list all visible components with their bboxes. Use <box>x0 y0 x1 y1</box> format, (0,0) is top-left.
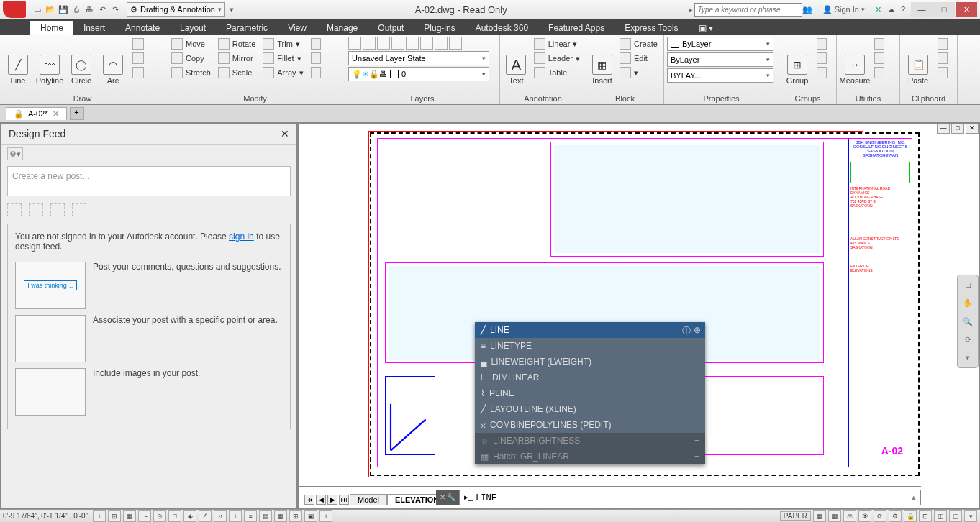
layer-state-dropdown[interactable]: Unsaved Layer State <box>348 51 489 65</box>
feed-pin-icon[interactable] <box>29 203 43 216</box>
circle-button[interactable]: ◯Circle <box>66 37 96 103</box>
util-extra1[interactable] <box>871 37 887 51</box>
showmotion-icon[interactable]: ▾ <box>961 351 975 365</box>
status-dyn-icon[interactable]: + <box>229 510 242 522</box>
mirror-button[interactable]: Mirror <box>215 51 258 65</box>
status-iso-icon[interactable]: ◫ <box>934 510 947 522</box>
tab-autodesk360[interactable]: Autodesk 360 <box>466 21 538 35</box>
status-anno-vis-icon[interactable]: 👁 <box>858 510 871 522</box>
status-3dosnap-icon[interactable]: ◈ <box>183 510 196 522</box>
panel-label-block[interactable]: Block <box>586 94 663 103</box>
draw-extra2[interactable] <box>130 51 147 65</box>
tab-express-tools[interactable]: Express Tools <box>614 21 688 35</box>
status-am-icon[interactable]: ▣ <box>304 510 317 522</box>
layer-iso3-icon[interactable] <box>377 37 390 50</box>
rotate-button[interactable]: Rotate <box>215 37 258 51</box>
color-dropdown[interactable]: ByLayer <box>667 37 773 51</box>
feed-signin-link[interactable]: sign in <box>229 232 254 242</box>
polyline-button[interactable]: 〰Polyline <box>35 37 65 103</box>
workspace-dropdown[interactable]: ⚙ Drafting & Annotation <box>127 2 225 17</box>
measure-button[interactable]: ↔Measure <box>840 37 870 103</box>
clip-extra3[interactable] <box>935 65 950 80</box>
status-snap-icon[interactable]: ⊞ <box>108 510 121 522</box>
panel-label-properties[interactable]: Properties <box>664 94 779 103</box>
tab-parametric[interactable]: Parametric <box>216 21 278 35</box>
layer-iso1-icon[interactable] <box>348 37 361 50</box>
file-tab[interactable]: 🔒 A-02* ✕ <box>6 107 67 120</box>
exchange-icon[interactable]: ✕ <box>875 5 881 14</box>
qat-open-icon[interactable]: 📂 <box>45 4 56 15</box>
group-button[interactable]: ⊞Group <box>782 37 812 103</box>
draw-extra1[interactable] <box>130 37 147 51</box>
trim-button[interactable]: Trim▾ <box>260 37 306 51</box>
search-input[interactable] <box>694 3 802 17</box>
panel-label-draw[interactable]: Draw <box>0 94 165 103</box>
cmd-suggestion-linearbrightness[interactable]: ☼LINEARBRIGHTNESS+ <box>475 433 705 449</box>
tab-layout[interactable]: Layout <box>170 21 216 35</box>
stretch-button[interactable]: Stretch <box>168 65 214 80</box>
tab-output[interactable]: Output <box>368 21 414 35</box>
maximize-button[interactable]: □ <box>933 2 955 17</box>
layer-iso2-icon[interactable] <box>363 37 376 50</box>
cmd-help-globe-icon[interactable]: ⊕ <box>694 325 701 337</box>
panel-label-clipboard[interactable]: Clipboard <box>900 94 957 103</box>
insert-button[interactable]: ▦Insert <box>589 37 615 103</box>
tab-plugins[interactable]: Plug-ins <box>414 21 465 35</box>
layer-current-dropdown[interactable]: 💡☀🔓🖶 0 <box>348 67 489 81</box>
close-button[interactable]: ✕ <box>956 2 977 17</box>
cmd-suggestion-xline[interactable]: ╱LAYOUTLINE (XLINE) <box>475 401 705 417</box>
cmd-suggestion-lineweight[interactable]: ▄LINEWEIGHT (LWEIGHT) <box>475 354 705 370</box>
arc-button[interactable]: ◠Arc <box>98 37 128 103</box>
tab-featured-apps[interactable]: Featured Apps <box>538 21 614 35</box>
panel-label-modify[interactable]: Modify <box>165 94 345 103</box>
status-lwt-icon[interactable]: ≡ <box>244 510 257 522</box>
clip-extra2[interactable] <box>935 51 950 65</box>
status-infer-icon[interactable]: + <box>93 510 106 522</box>
status-sc-icon[interactable]: ⊞ <box>289 510 302 522</box>
help-icon[interactable]: ? <box>901 5 905 14</box>
panel-label-utilities[interactable]: Utilities <box>837 94 899 103</box>
status-ws-icon[interactable]: ⚙ <box>889 510 902 522</box>
leader-button[interactable]: Leader▾ <box>531 51 583 65</box>
cmd-suggestion-linetype[interactable]: ≡LINETYPE <box>475 338 705 354</box>
command-input[interactable] <box>476 493 909 503</box>
feed-image-icon[interactable] <box>72 203 86 216</box>
clip-extra1[interactable] <box>935 37 950 51</box>
array-button[interactable]: Array▾ <box>260 65 306 80</box>
layer-iso4-icon[interactable] <box>391 37 404 50</box>
vp-close-icon[interactable]: ✕ <box>966 124 979 134</box>
cmd-suggestion-pedit[interactable]: ⨉COMBINEPOLYLINES (PEDIT) <box>475 417 705 433</box>
qat-plot-icon[interactable]: 🖶 <box>83 4 95 15</box>
panel-label-layers[interactable]: Layers <box>345 94 499 103</box>
cmd-suggestion-hatch[interactable]: ▦Hatch: GR_LINEAR+ <box>475 449 705 464</box>
cmd-suggestion-line[interactable]: ╱LINE <box>475 322 705 338</box>
feed-new-post-input[interactable]: Create a new post... <box>7 166 291 196</box>
status-qv-drawings-icon[interactable]: ▦ <box>828 510 841 522</box>
viewport-front-elevation[interactable] <box>550 142 824 257</box>
status-hw-icon[interactable]: ⊡ <box>919 510 932 522</box>
qat-redo-icon[interactable]: ↷ <box>109 4 121 15</box>
orbit-icon[interactable]: ⟳ <box>961 333 975 347</box>
modelspace-toggle[interactable]: PAPER <box>780 511 811 521</box>
text-button[interactable]: AText <box>503 37 530 103</box>
vp-min-icon[interactable]: — <box>937 124 950 134</box>
status-anno-scale-icon[interactable]: ⚖ <box>843 510 856 522</box>
tab-view[interactable]: View <box>278 21 317 35</box>
scale-button[interactable]: Scale <box>215 65 258 80</box>
edit-block-button[interactable]: Edit <box>617 51 661 65</box>
copy-button[interactable]: Copy <box>168 51 214 65</box>
cmd-expand-icon[interactable]: ▴ <box>912 493 916 502</box>
qat-saveas-icon[interactable]: ⎙ <box>71 4 82 15</box>
qat-save-icon[interactable]: 💾 <box>58 4 69 15</box>
fillet-button[interactable]: Fillet▾ <box>260 51 306 65</box>
status-ortho-icon[interactable]: └ <box>138 510 151 522</box>
move-button[interactable]: Move <box>168 37 214 51</box>
status-polar-icon[interactable]: ⊙ <box>153 510 166 522</box>
panel-label-groups[interactable]: Groups <box>779 94 836 103</box>
pan-icon[interactable]: ✋ <box>961 296 975 310</box>
tab-annotate[interactable]: Annotate <box>115 21 170 35</box>
draw-extra3[interactable] <box>130 65 147 80</box>
minimize-button[interactable]: — <box>911 2 933 17</box>
status-qv-layouts-icon[interactable]: ▦ <box>813 510 826 522</box>
status-osnap-icon[interactable]: □ <box>168 510 181 522</box>
